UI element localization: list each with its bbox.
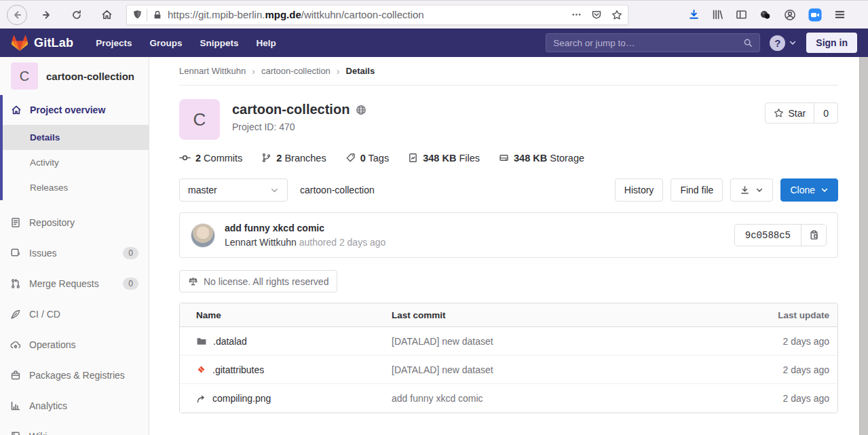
commit-author[interactable]: Lennart Wittkuhn	[225, 237, 297, 248]
lock-icon[interactable]	[153, 10, 162, 20]
file-link[interactable]: .datalad	[188, 336, 392, 347]
chart-icon	[10, 400, 21, 411]
stat-commits[interactable]: 2 Commits	[179, 152, 242, 164]
tree-path[interactable]: cartoon-collection	[300, 185, 375, 195]
forward-button[interactable]	[37, 5, 57, 25]
navbar-right: ? Sign in	[546, 33, 857, 53]
file-link[interactable]: compiling.png	[188, 393, 392, 404]
sidebar-item-wiki[interactable]: Wiki	[0, 421, 149, 435]
column-header-last-update[interactable]: Last update	[728, 310, 829, 320]
extension-icon[interactable]	[759, 9, 772, 21]
url-bar[interactable]: https://git.mpib-berlin.mpg.de/wittkuhn/…	[126, 5, 628, 25]
branch-icon	[261, 153, 271, 163]
urlbar-divider	[147, 9, 147, 21]
stat-branches[interactable]: 2 Branches	[261, 153, 326, 164]
clone-button[interactable]: Clone	[780, 178, 838, 202]
url-text[interactable]: https://git.mpib-berlin.mpg.de/wittkuhn/…	[168, 9, 566, 20]
url-domain: mpg.de	[265, 9, 301, 20]
reload-button[interactable]	[67, 5, 87, 25]
help-dropdown[interactable]: ?	[770, 35, 797, 51]
breadcrumb-project[interactable]: cartoon-collection	[261, 66, 331, 76]
nav-link-groups[interactable]: Groups	[142, 34, 189, 52]
branch-selector[interactable]: master	[179, 178, 288, 202]
zoom-app-icon[interactable]	[808, 8, 822, 22]
license-button[interactable]: No license. All rights reserved	[179, 270, 337, 292]
bookmark-star-icon[interactable]	[611, 10, 622, 20]
sidebar-project-header[interactable]: C cartoon-collection	[0, 57, 149, 95]
sign-in-button[interactable]: Sign in	[806, 33, 857, 53]
search-box[interactable]	[546, 33, 760, 52]
stat-storage[interactable]: 348 KB Storage	[499, 153, 584, 164]
sidebar-item-label: CI / CD	[29, 309, 60, 320]
star-button[interactable]: Star	[765, 102, 815, 124]
search-input[interactable]	[553, 38, 743, 48]
file-table: Name Last commit Last update .datalad [D…	[179, 303, 838, 413]
file-commit-link[interactable]: add funny xkcd comic	[392, 393, 728, 404]
pocket-icon[interactable]	[591, 10, 602, 20]
sidebar-item-label: Merge Requests	[29, 278, 99, 289]
stat-value: 2	[276, 153, 282, 164]
sidebar-item-activity[interactable]: Activity	[3, 150, 149, 175]
file-updated: 2 days ago	[728, 364, 829, 375]
merge-request-icon	[10, 278, 21, 289]
nav-link-snippets[interactable]: Snippets	[193, 34, 246, 52]
globe-icon	[356, 105, 366, 115]
sidebar-item-merge-requests[interactable]: Merge Requests 0	[0, 268, 149, 299]
sidebar-item-repository[interactable]: Repository	[0, 207, 149, 238]
history-button[interactable]: History	[615, 178, 664, 202]
sidebar-section-project-overview: Project overview Details Activity Releas…	[0, 95, 149, 200]
column-header-last-commit[interactable]: Last commit	[392, 310, 728, 320]
sidebar-item-issues[interactable]: Issues 0	[0, 238, 149, 268]
stat-files[interactable]: 348 KB Files	[408, 153, 480, 164]
stat-label: Storage	[550, 153, 584, 164]
home-icon	[101, 9, 113, 20]
sidebar-item-analytics[interactable]: Analytics	[0, 390, 149, 421]
tanuki-logo-icon	[11, 35, 29, 52]
file-commit-link[interactable]: [DATALAD] new dataset	[392, 364, 728, 375]
nav-link-help[interactable]: Help	[249, 34, 284, 52]
breadcrumb-current: Details	[346, 66, 375, 76]
branch-name: master	[188, 185, 217, 195]
commit-message[interactable]: add funny xkcd comic	[225, 223, 385, 233]
breadcrumb: Lennart Wittkuhn › cartoon-collection › …	[179, 57, 838, 86]
file-commit-link[interactable]: [DATALAD] new dataset	[392, 336, 728, 347]
sidebar-item-project-overview[interactable]: Project overview	[3, 95, 149, 125]
search-icon	[743, 38, 753, 48]
clone-label: Clone	[790, 185, 815, 195]
commit-sha-group: 9c0588c5	[734, 224, 827, 246]
sidebar-item-details[interactable]: Details	[3, 125, 149, 150]
download-source-button[interactable]	[730, 178, 773, 202]
home-button[interactable]	[96, 5, 117, 25]
breadcrumb-owner[interactable]: Lennart Wittkuhn	[179, 66, 246, 76]
sidebar-item-packages[interactable]: Packages & Registries	[0, 360, 149, 390]
stat-tags[interactable]: 0 Tags	[345, 153, 390, 164]
commit-author-avatar[interactable]	[191, 223, 215, 248]
library-icon[interactable]	[712, 9, 723, 20]
hamburger-icon[interactable]	[834, 9, 846, 20]
dots-icon[interactable]	[571, 10, 582, 20]
find-file-button[interactable]: Find file	[671, 178, 723, 202]
page-scrollbar[interactable]	[859, 57, 868, 435]
folder-icon	[196, 336, 207, 347]
download-icon[interactable]	[688, 9, 700, 20]
shield-icon[interactable]	[132, 10, 143, 20]
account-icon[interactable]	[784, 9, 796, 21]
sidebar-item-releases[interactable]: Releases	[3, 175, 149, 200]
star-group: Star 0	[765, 102, 838, 124]
sidebar-item-operations[interactable]: Operations	[0, 329, 149, 360]
breadcrumb-separator: ›	[252, 66, 255, 77]
star-count[interactable]: 0	[814, 102, 838, 124]
gitlab-brand[interactable]: GitLab	[11, 35, 73, 52]
table-row: .datalad [DATALAD] new dataset 2 days ag…	[180, 327, 837, 356]
nav-link-projects[interactable]: Projects	[88, 34, 139, 52]
sidebar-item-cicd[interactable]: CI / CD	[0, 299, 149, 329]
license-row: No license. All rights reserved	[179, 270, 838, 292]
back-button[interactable]	[7, 5, 27, 25]
sidebar-toggle-icon[interactable]	[736, 9, 747, 20]
disk-icon	[499, 153, 509, 163]
file-link[interactable]: .gitattributes	[188, 364, 392, 375]
issues-count-badge: 0	[123, 247, 138, 259]
column-header-name[interactable]: Name	[188, 310, 392, 320]
copy-sha-button[interactable]	[801, 225, 826, 246]
book-icon	[10, 431, 21, 435]
